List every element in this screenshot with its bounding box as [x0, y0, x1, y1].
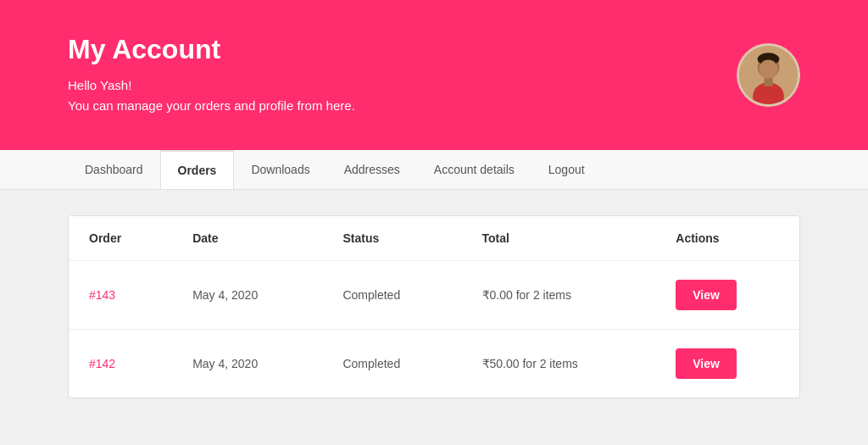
- order-status-0: Completed: [322, 261, 461, 330]
- order-total-1: ₹50.00 for 2 items: [462, 330, 656, 398]
- order-date-1: May 4, 2020: [172, 330, 322, 398]
- tab-logout[interactable]: Logout: [531, 151, 602, 188]
- greeting-line: Hello Yash!: [68, 75, 355, 96]
- col-total: Total: [462, 216, 656, 261]
- order-total-0: ₹0.00 for 2 items: [462, 261, 656, 330]
- orders-table-wrapper: Order Date Status Total Actions #143 May…: [68, 215, 800, 398]
- tab-account-details[interactable]: Account details: [417, 151, 531, 188]
- table-header-row: Order Date Status Total Actions: [69, 216, 799, 261]
- main-content: Order Date Status Total Actions #143 May…: [0, 190, 868, 444]
- nav-bar: Dashboard Orders Downloads Addresses Acc…: [0, 150, 868, 190]
- svg-point-5: [759, 60, 777, 79]
- order-id-1: #142: [69, 330, 172, 398]
- order-id-0: #143: [69, 261, 172, 330]
- tab-downloads[interactable]: Downloads: [234, 151, 326, 188]
- header-text: My Account Hello Yash! You can manage yo…: [68, 34, 355, 116]
- avatar: [737, 43, 800, 107]
- order-date-0: May 4, 2020: [172, 261, 322, 330]
- subtitle-line: You can manage your orders and profile f…: [68, 96, 355, 116]
- order-action-0: View: [655, 261, 799, 330]
- header: My Account Hello Yash! You can manage yo…: [0, 0, 868, 150]
- tab-orders[interactable]: Orders: [160, 150, 235, 189]
- page-title: My Account: [68, 34, 355, 65]
- tab-addresses[interactable]: Addresses: [327, 151, 417, 188]
- table-row: #143 May 4, 2020 Completed ₹0.00 for 2 i…: [69, 261, 799, 330]
- order-status-1: Completed: [322, 330, 461, 398]
- order-link-0[interactable]: #143: [89, 288, 115, 302]
- order-link-1[interactable]: #142: [89, 357, 115, 370]
- orders-table: Order Date Status Total Actions #143 May…: [69, 216, 799, 398]
- order-action-1: View: [655, 330, 799, 398]
- col-date: Date: [172, 216, 322, 261]
- col-order: Order: [69, 216, 172, 261]
- table-row: #142 May 4, 2020 Completed ₹50.00 for 2 …: [69, 330, 799, 398]
- view-button-1[interactable]: View: [676, 348, 737, 379]
- tab-dashboard[interactable]: Dashboard: [68, 151, 160, 188]
- view-button-0[interactable]: View: [676, 280, 737, 310]
- col-status: Status: [322, 216, 461, 261]
- col-actions: Actions: [655, 216, 799, 261]
